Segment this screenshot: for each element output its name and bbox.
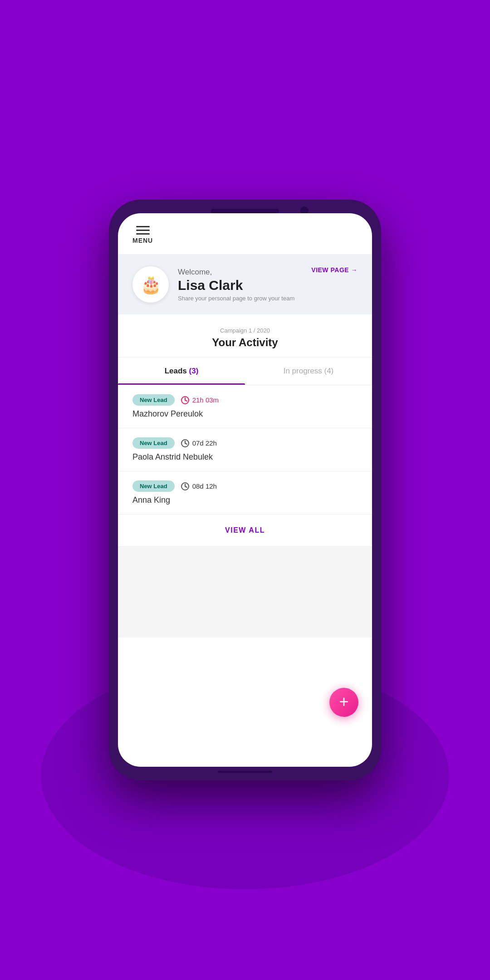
svg-line-2 [185,400,187,401]
list-item[interactable]: New Lead 21h 03m Mazhorov Pereulok [118,385,372,428]
time-value-2: 07d 22h [192,439,217,447]
menu-bar: MENU [118,213,372,255]
lead-name-3: Anna King [132,495,358,505]
view-all-container: VIEW ALL [118,514,372,547]
welcome-subtitle: Share your personal page to grow your te… [178,295,294,302]
clock-icon [181,396,189,404]
tabs-container: Leads (3) In progress (4) [118,358,372,385]
welcome-greeting: Welcome, [178,268,294,277]
lead-time-1: 21h 03m [181,396,219,404]
new-lead-badge: New Lead [132,437,175,449]
lead-meta: New Lead 07d 22h [132,437,358,449]
activity-header: Campaign 1 / 2020 Your Activity [118,314,372,358]
svg-line-5 [185,443,187,444]
list-item[interactable]: New Lead 07d 22h Paola Anstrid Nebulek [118,428,372,471]
avatar: 🎂 [132,266,169,303]
list-item[interactable]: New Lead 08d 12h Anna King [118,471,372,514]
campaign-label: Campaign 1 / 2020 [132,327,358,334]
clock-icon [181,439,189,447]
lead-name-2: Paola Anstrid Nebulek [132,452,358,462]
menu-label: MENU [132,237,153,244]
activity-title: Your Activity [132,336,358,349]
lead-time-3: 08d 12h [181,482,217,490]
menu-button[interactable]: MENU [132,226,153,244]
tab-leads-count: (3) [189,367,199,375]
welcome-card: 🎂 Welcome, Lisa Clark Share your persona… [118,255,372,314]
tab-leads-label: Leads [165,367,189,375]
time-value-3: 08d 12h [192,482,217,490]
new-lead-badge: New Lead [132,394,175,406]
tab-leads[interactable]: Leads (3) [118,358,245,385]
lead-meta: New Lead 08d 12h [132,480,358,492]
user-name: Lisa Clark [178,278,294,293]
view-page-button[interactable]: VIEW PAGE → [311,266,358,274]
clock-icon [181,482,189,490]
hamburger-icon [136,226,150,235]
svg-line-8 [185,486,187,487]
welcome-text-block: Welcome, Lisa Clark Share your personal … [178,268,294,302]
lead-name-1: Mazhorov Pereulok [132,409,358,419]
view-all-button[interactable]: VIEW ALL [225,526,265,534]
fab-plus-icon: + [339,694,348,710]
lead-meta: New Lead 21h 03m [132,394,358,406]
bottom-area [118,547,372,637]
time-value-1: 21h 03m [192,396,219,404]
fab-button[interactable]: + [329,688,358,717]
tab-inprogress[interactable]: In progress (4) [245,358,372,385]
tab-inprogress-label: In progress (4) [284,367,334,375]
lead-time-2: 07d 22h [181,439,217,447]
new-lead-badge: New Lead [132,480,175,492]
